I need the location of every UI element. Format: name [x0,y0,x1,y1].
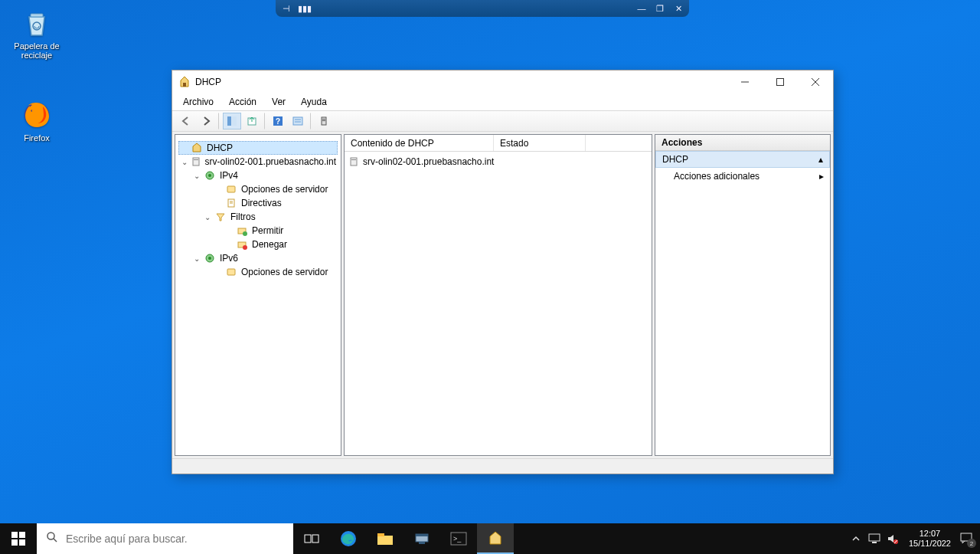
svg-rect-20 [194,159,198,160]
toolbar-help-button[interactable]: ? [269,113,287,129]
svg-rect-5 [777,79,784,86]
menu-archivo[interactable]: Archivo [175,95,221,109]
svg-rect-43 [312,535,318,543]
tree-toggle-icon[interactable]: ⌄ [192,254,201,263]
svg-text:?: ? [276,117,280,126]
titlebar[interactable]: DHCP [172,70,833,93]
toolbar-separator [218,113,220,129]
taskbar-edge-button[interactable] [330,523,367,554]
tray-display-icon[interactable] [867,532,881,546]
start-button[interactable] [0,523,37,554]
list-row[interactable]: srv-olin02-001.pruebasnacho.int [348,155,648,169]
menu-ayuda[interactable]: Ayuda [293,95,335,109]
toolbar-export-button[interactable] [243,113,261,129]
vm-pin-icon[interactable]: ⊣ [280,3,292,14]
taskbar-cmd-button[interactable]: >_ [440,523,477,554]
search-input[interactable] [66,533,284,545]
desktop-icon-recycle-bin[interactable]: Papelera de reciclaje [8,8,66,60]
svg-rect-45 [377,536,393,545]
notification-badge: 2 [967,539,976,548]
tree-node-dhcp-root[interactable]: DHCP [178,141,338,155]
dhcp-app-icon [178,76,191,88]
svg-rect-39 [19,539,25,546]
svg-rect-35 [351,159,356,160]
policies-icon [225,197,237,209]
desktop-icon-label: Firefox [8,133,66,143]
column-header-status[interactable]: Estado [494,135,586,151]
svg-rect-34 [351,158,357,166]
tree-toggle-icon[interactable]: ⌄ [192,172,201,180]
desktop-icon-label: Papelera de reciclaje [8,41,66,60]
collapse-icon: ▴ [818,154,823,165]
toolbar: ? [172,110,833,132]
menu-ver[interactable]: Ver [264,95,293,109]
taskbar-dhcp-button[interactable] [477,523,514,554]
tray-overflow-button[interactable] [849,532,863,546]
svg-rect-46 [377,533,384,536]
options-icon [225,183,237,195]
svg-rect-17 [322,119,325,120]
svg-rect-42 [305,535,311,543]
svg-line-41 [54,539,57,542]
statusbar [172,458,833,474]
actions-item-additional[interactable]: Acciones adicionales ▸ [655,168,830,185]
tree-node-server[interactable]: ⌄ srv-olin02-001.pruebasnacho.int [178,155,338,169]
svg-point-30 [243,245,247,250]
list-pane: Contenido de DHCP Estado srv-olin02-001.… [344,134,652,456]
taskbar-search[interactable] [37,523,293,554]
menu-accion[interactable]: Acción [221,95,264,109]
deny-icon [236,238,248,251]
actions-header: Acciones [655,135,830,151]
toolbar-separator [264,113,266,129]
window-close-button[interactable] [798,70,833,93]
window-maximize-button[interactable] [763,70,798,93]
tree-toggle-icon[interactable]: ⌄ [181,158,188,166]
tree-node-ipv6-opciones[interactable]: Opciones de servidor [178,265,338,279]
tree-node-denegar[interactable]: Denegar [178,238,338,251]
tray-clock[interactable]: 12:07 15/11/2022 [904,529,956,549]
server-icon [348,156,360,168]
toolbar-forward-button[interactable] [197,113,215,129]
actions-section-dhcp[interactable]: DHCP ▴ [655,151,830,168]
window-minimize-button[interactable] [727,70,763,93]
server-icon [191,156,201,168]
svg-rect-49 [416,534,428,536]
svg-rect-19 [193,158,199,166]
tray-volume-icon[interactable] [886,532,900,546]
tree-node-permitir[interactable]: Permitir [178,224,338,238]
ipv4-icon [204,169,216,182]
svg-text:>_: >_ [453,535,462,543]
tray-notifications-button[interactable]: 2 [960,532,974,546]
column-header-content[interactable]: Contenido de DHCP [345,135,494,151]
svg-rect-52 [869,534,880,541]
tree-node-ipv4-opciones[interactable]: Opciones de servidor [178,182,338,196]
svg-rect-48 [419,542,425,544]
vm-close-button[interactable]: ✕ [672,3,684,14]
recycle-bin-icon [21,8,52,38]
vm-signal-icon: ▮▮▮ [299,3,311,14]
taskbar: >_ 12:07 15/11/2022 2 [0,523,980,554]
tree-node-ipv4[interactable]: ⌄ IPv4 [178,169,338,182]
svg-rect-33 [227,269,235,275]
vm-minimize-button[interactable]: — [635,3,648,14]
toolbar-properties-button[interactable] [289,113,307,129]
tree-toggle-icon[interactable]: ⌄ [203,213,212,221]
taskbar-server-manager-button[interactable] [403,523,440,554]
toolbar-manage-server-button[interactable] [315,113,333,129]
desktop-icon-firefox[interactable]: Firefox [8,100,66,143]
vm-maximize-button[interactable]: ❐ [654,3,666,14]
toolbar-separator [310,113,312,129]
task-view-button[interactable] [293,523,330,554]
svg-rect-23 [227,186,235,192]
tree-node-ipv4-filtros[interactable]: ⌄ Filtros [178,210,338,224]
taskbar-explorer-button[interactable] [367,523,403,554]
svg-rect-3 [183,83,186,87]
toolbar-show-tree-button[interactable] [223,113,241,129]
svg-point-28 [243,231,247,236]
svg-rect-53 [872,542,877,543]
toolbar-back-button[interactable] [177,113,195,129]
tree-node-ipv6[interactable]: ⌄ IPv6 [178,251,338,265]
svg-point-22 [208,174,211,177]
tree-node-ipv4-directivas[interactable]: Directivas [178,196,338,210]
search-icon [46,531,58,546]
